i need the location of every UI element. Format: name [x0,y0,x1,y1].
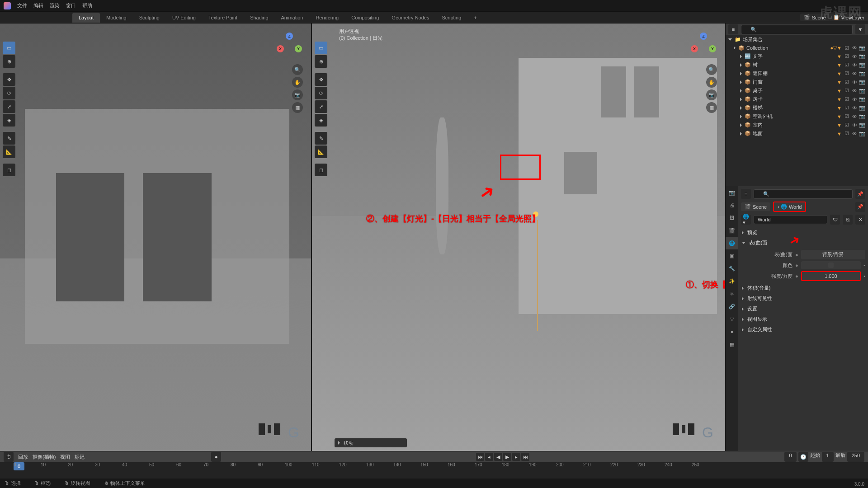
tool-scale[interactable]: ⤢ [315,100,327,113]
next-key-icon[interactable]: ▸ [512,453,520,461]
viewlayer-selector[interactable]: 📋 ViewLayer [830,14,868,21]
color-field[interactable] [801,261,861,269]
tool-cursor[interactable]: ⊕ [315,55,327,68]
panel-volume[interactable]: 体积(音量) [741,283,865,293]
world-browse-icon[interactable]: 🌐▾ [741,215,751,225]
tool-rotate[interactable]: ⟳ [3,87,15,99]
tool-select[interactable]: ▭ [3,42,15,54]
tab-object-icon[interactable]: ▣ [726,249,738,262]
tab-viewlayer-icon[interactable]: 🖼 [726,211,738,224]
outliner-item[interactable]: 📦房子 ▼ ☑👁📷 [726,95,868,103]
tab-modifier-icon[interactable]: 🔧 [726,262,738,275]
tool-cursor[interactable]: ⊕ [3,55,15,68]
menu-render[interactable]: 渲染 [50,2,60,9]
persp-icon[interactable]: ▦ [292,102,303,113]
current-frame[interactable]: 0 [784,452,796,462]
menu-edit[interactable]: 编辑 [33,2,43,9]
tool-addcube[interactable]: ◻ [3,164,15,176]
pin-icon[interactable]: 📌 [855,189,865,199]
tool-addcube[interactable]: ◻ [315,164,327,176]
outliner-item[interactable]: 📦门窗 ▼ ☑👁📷 [726,78,868,86]
axis-y[interactable]: Y [295,45,302,52]
tool-transform[interactable]: ◈ [3,114,15,127]
outliner-item[interactable]: 📦遮阳棚 ▼ ☑👁📷 [726,69,868,78]
world-delete-icon[interactable]: ✕ [855,215,865,225]
camera-icon[interactable]: 📷 [292,89,303,100]
tab-layout[interactable]: Layout [72,13,100,23]
autokey-icon[interactable]: ● [211,452,221,462]
panel-ray[interactable]: 射线可见性 [741,293,865,304]
outliner-item[interactable]: 📦Collection ●▽▼ ☑👁📷 [726,44,868,52]
props-type-icon[interactable]: ≡ [741,189,751,199]
axis-z[interactable]: Z [700,33,707,40]
tab-material-icon[interactable]: ● [726,325,738,338]
outliner-item[interactable]: 🔤文字 ▼ ☑👁📷 [726,52,868,61]
tool-annotate[interactable]: ✎ [3,132,15,145]
tab-texture-icon[interactable]: ▦ [726,338,738,351]
world-name[interactable]: World [754,215,827,224]
clock-icon[interactable]: 🕐 [798,452,808,462]
pan-icon[interactable]: ✋ [706,77,717,88]
tab-add[interactable]: + [467,13,483,23]
axis-x[interactable]: X [277,45,284,52]
panel-settings[interactable]: 设置 [741,304,865,314]
tool-move[interactable]: ✥ [315,73,327,86]
tool-transform[interactable]: ◈ [315,114,327,127]
tab-output-icon[interactable]: 🖨 [726,199,738,211]
camera-icon[interactable]: 📷 [706,89,717,100]
panel-custom[interactable]: 自定义属性 [741,324,865,335]
prev-key-icon[interactable]: ◂ [485,453,493,461]
nav-gizmo-left[interactable]: Z X Y [277,33,302,58]
tab-scripting[interactable]: Scripting [435,13,467,23]
jump-end-icon[interactable]: ⏭ [521,453,529,461]
tl-playback[interactable]: 回放 [18,454,28,460]
frame-end[interactable]: 250 [847,452,864,462]
persp-icon[interactable]: ▦ [706,102,717,113]
props-search[interactable]: 🔍 [754,189,853,199]
filter-icon[interactable]: ▼ [855,24,865,34]
panel-preview[interactable]: 预览 [741,227,865,238]
panel-viewport[interactable]: 视图显示 [741,314,865,324]
tab-compositing[interactable]: Compositing [345,13,385,23]
tab-render-icon[interactable]: 📷 [726,186,738,199]
outliner-type-icon[interactable]: ≡ [728,24,738,34]
world-copy-icon[interactable]: ⎘ [843,215,853,225]
scene-selector[interactable]: 🎬 Scene [800,14,830,21]
operator-panel[interactable]: 移动 [335,438,407,447]
axis-y[interactable]: Y [709,45,716,52]
pin-icon2[interactable]: 📌 [855,202,865,212]
viewport-right[interactable]: ⬚ ◈ 物体模式 ▾ 视图 选择 添加 物体 🌐 全局 ▾ ⊙ 🧲 ◯ ⊞ ◫ … [312,23,725,451]
tab-uv[interactable]: UV Editing [166,13,202,23]
tab-data-icon[interactable]: ▽ [726,313,738,325]
breadcrumb-world[interactable]: › 🌐 World [773,202,806,212]
surface-shader-btn[interactable]: 背景/背景 [801,250,865,259]
tab-texpaint[interactable]: Texture Paint [202,13,244,23]
play-icon[interactable]: ▶ [503,453,511,461]
tl-view[interactable]: 视图 [60,454,70,460]
jump-start-icon[interactable]: ⏮ [476,453,484,461]
outliner-search[interactable]: 🔍 [741,25,853,34]
play-rev-icon[interactable]: ◀ [494,453,502,461]
axis-z[interactable]: Z [286,33,293,40]
tool-scale[interactable]: ⤢ [3,100,15,113]
tab-shading[interactable]: Shading [244,13,274,23]
tool-select[interactable]: ▭ [315,42,327,54]
menu-window[interactable]: 窗口 [66,2,76,9]
outliner-item[interactable]: 📦楼梯 ▼ ☑👁📷 [726,103,868,112]
menu-file[interactable]: 文件 [17,2,27,9]
outliner-item[interactable]: 📦空调外机 ▼ ☑👁📷 [726,112,868,121]
tab-world-icon[interactable]: 🌐 [726,237,738,249]
timeline-ruler[interactable]: 0 01020304050607080901001101201301401501… [0,462,868,479]
world-shield-icon[interactable]: 🛡 [830,215,840,225]
tab-geonodes[interactable]: Geometry Nodes [385,13,435,23]
tab-physics-icon[interactable]: ⚛ [726,287,738,300]
tab-animation[interactable]: Animation [275,13,310,23]
panel-surface[interactable]: 表(曲)面 [741,238,865,248]
breadcrumb-scene[interactable]: 🎬 Scene [741,202,770,211]
tool-annotate[interactable]: ✎ [315,132,327,145]
menu-help[interactable]: 帮助 [82,2,92,9]
tool-move[interactable]: ✥ [3,73,15,86]
tl-keying[interactable]: 抠像(插帧) [33,454,56,460]
tl-marker[interactable]: 标记 [75,454,85,460]
axis-x[interactable]: X [691,45,698,52]
